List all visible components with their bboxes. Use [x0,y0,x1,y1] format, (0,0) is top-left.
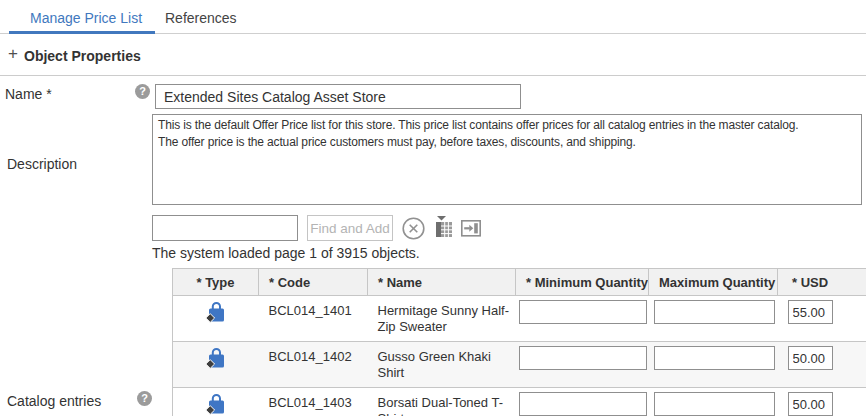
row-code: BCL014_1403 [259,388,368,416]
description-label: Description [7,156,77,172]
max-qty-cell [649,388,778,416]
name-input[interactable] [155,84,521,109]
usd-cell [778,388,866,416]
catalog-entries-help-icon[interactable]: ? [137,391,152,406]
product-bag-icon [203,405,229,416]
col-header-name: * Name [368,269,516,296]
usd-input[interactable] [788,300,833,324]
col-header-type: * Type [173,269,259,296]
catalog-entries-table: * Type * Code * Name * Minimum Quantity … [172,268,866,416]
max-qty-cell [649,342,778,388]
col-header-usd: * USD [778,269,866,296]
table-row[interactable]: BCL014_1402 Gusso Green Khaki Shirt [173,342,866,388]
column-chooser-icon[interactable] [432,213,457,243]
min-qty-cell [516,296,649,342]
find-search-input[interactable] [152,215,298,241]
min-qty-input[interactable] [519,392,647,416]
type-cell [173,388,259,416]
product-bag-icon [203,359,229,374]
row-code: BCL014_1402 [259,342,368,388]
find-and-add-button[interactable]: Find and Add [307,215,393,241]
section-title: Object Properties [24,48,141,64]
max-qty-input[interactable] [654,392,775,416]
col-header-max-qty: Maximum Quantity [649,269,778,296]
row-name: Borsati Dual-Toned T-Shirt [368,388,516,416]
usd-cell [778,296,866,342]
load-status-text: The system loaded page 1 of 3915 objects… [152,245,420,261]
section-divider [0,75,866,76]
price-table-body: BCL014_1401 Hermitage Sunny Half-Zip Swe… [173,296,866,416]
row-name: Gusso Green Khaki Shirt [368,342,516,388]
col-header-code: * Code [259,269,368,296]
type-cell [173,342,259,388]
table-header-row: * Type * Code * Name * Minimum Quantity … [173,269,866,296]
col-header-min-qty: * Minimum Quantity [516,269,649,296]
description-textarea[interactable]: This is the default Offer Price list for… [152,114,862,205]
max-qty-input[interactable] [654,346,775,370]
min-qty-input[interactable] [519,300,647,324]
collapse-plus-icon[interactable]: + [8,45,18,63]
name-help-icon[interactable]: ? [135,84,150,99]
product-bag-icon [203,313,229,328]
active-tab-underline [9,31,155,34]
type-cell [173,296,259,342]
usd-cell [778,342,866,388]
tab-manage-price-list[interactable]: Manage Price List [30,10,142,26]
row-code: BCL014_1401 [259,296,368,342]
manage-price-list-page: Manage Price List References + Object Pr… [0,0,866,416]
clear-icon[interactable] [401,216,426,244]
open-panel-icon[interactable] [459,216,483,243]
min-qty-input[interactable] [519,346,647,370]
max-qty-cell [649,296,778,342]
usd-input[interactable] [788,392,833,416]
catalog-entries-label: Catalog entries [7,393,101,409]
table-row[interactable]: BCL014_1401 Hermitage Sunny Half-Zip Swe… [173,296,866,342]
usd-input[interactable] [788,346,833,370]
min-qty-cell [516,388,649,416]
tab-references[interactable]: References [165,10,237,26]
table-row[interactable]: BCL014_1403 Borsati Dual-Toned T-Shirt [173,388,866,416]
name-label: Name * [5,86,52,102]
min-qty-cell [516,342,649,388]
row-name: Hermitage Sunny Half-Zip Sweater [368,296,516,342]
max-qty-input[interactable] [654,300,775,324]
